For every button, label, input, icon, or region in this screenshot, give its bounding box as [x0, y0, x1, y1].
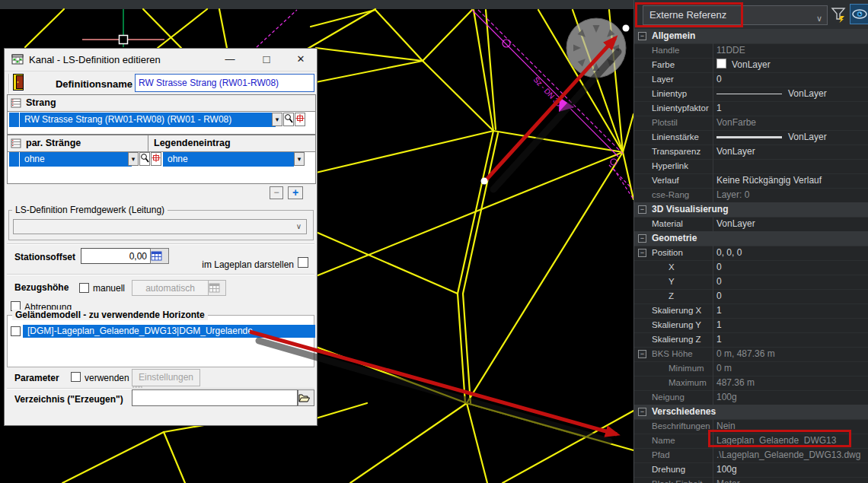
section-header[interactable]: −Verschiedenes [634, 405, 868, 420]
property-row[interactable]: LinienstärkeVonLayer [634, 130, 868, 145]
property-row[interactable]: Maximum487.36 m [634, 376, 868, 391]
property-row[interactable]: Y0 [634, 275, 868, 290]
property-row[interactable]: FarbeVonLayer [634, 58, 868, 73]
collapse-icon[interactable]: − [638, 249, 646, 257]
section-header[interactable]: −Geometrie [634, 231, 868, 246]
property-value[interactable]: 0 [716, 289, 722, 303]
add-row-button[interactable]: + [288, 186, 303, 199]
property-value[interactable]: VonLayer [716, 87, 827, 101]
property-value[interactable]: 1 [716, 303, 722, 318]
property-value[interactable]: VonLayer [716, 58, 771, 72]
property-value[interactable]: VonLayer [716, 217, 755, 231]
property-value[interactable]: Keine Rückgängig Verlauf [716, 173, 822, 188]
property-row[interactable]: Z0 [634, 289, 868, 304]
property-row[interactable]: TransparenzVonLayer [634, 145, 868, 160]
collapse-icon[interactable]: − [638, 350, 646, 358]
property-value[interactable]: .\Lageplan_Gelaende_DWG13.dwg [716, 448, 860, 462]
dropdown-button[interactable]: ▾ [272, 113, 282, 126]
property-row[interactable]: X0 [634, 260, 868, 275]
property-value[interactable]: Meter [716, 477, 740, 483]
property-label: Plotstil [652, 116, 678, 130]
property-row[interactable]: VerlaufKeine Rückgängig Verlauf [634, 173, 868, 189]
property-value[interactable]: VonLayer [716, 145, 755, 159]
toggle-visibility-button[interactable] [850, 4, 868, 24]
collapse-icon[interactable]: − [638, 32, 646, 40]
property-row[interactable]: Skalierung Z1 [634, 332, 868, 348]
section-header[interactable]: −3D Visualisierung [634, 202, 868, 218]
object-type-selector[interactable]: Externe Referenz ∨ [643, 5, 828, 25]
property-row[interactable]: Hyperlink [634, 159, 868, 174]
property-value[interactable]: 487.36 m [716, 376, 755, 390]
fremdgewerk-combobox[interactable]: ∨ [13, 219, 307, 234]
property-value[interactable]: 1 [716, 318, 722, 332]
property-row[interactable]: PlotstilVonFarbe [634, 116, 868, 131]
verwenden-checkbox[interactable] [71, 372, 81, 382]
property-value[interactable]: 0 [716, 275, 722, 289]
manuell-checkbox[interactable] [79, 283, 89, 293]
strang-selected-row[interactable]: RW Strasse Strang (RW01-RW08) (RW01 - RW… [9, 113, 314, 127]
grid-pick-button[interactable] [151, 152, 161, 166]
collapse-icon[interactable]: − [638, 408, 646, 416]
property-value[interactable]: 0 m [716, 361, 732, 376]
definitionsname-input[interactable] [135, 74, 314, 92]
browse-folder-button[interactable] [298, 389, 314, 406]
property-row[interactable]: Handle11DDE [634, 43, 868, 59]
im-lageplan-checkbox[interactable] [298, 257, 308, 268]
dropdown-button[interactable]: ▾ [294, 152, 305, 166]
grid-pick-button[interactable] [295, 113, 305, 126]
property-row[interactable]: Block EinheitMeter [634, 477, 868, 483]
property-row[interactable]: NameLageplan_Gelaende_DWG13 [634, 434, 868, 449]
property-value[interactable]: 0 [716, 260, 722, 275]
stationsoffset-input[interactable] [81, 248, 151, 264]
section-header[interactable]: −Allgemein [634, 29, 868, 44]
property-value[interactable]: 0 m, 487.36 m [716, 347, 775, 361]
property-row[interactable]: LinientypVonLayer [634, 87, 868, 102]
property-row[interactable]: Layer0 [634, 72, 868, 87]
property-value[interactable]: 100g [716, 462, 737, 477]
property-row[interactable]: Pfad.\Lageplan_Gelaende_DWG13.dwg [634, 448, 868, 463]
collapse-icon[interactable]: − [638, 205, 646, 214]
property-value[interactable]: 100g [716, 390, 737, 405]
dialog-titlebar[interactable]: Kanal - LS-Definition editieren — □ ✕ [5, 49, 317, 71]
property-value[interactable]: VonLayer [716, 130, 827, 145]
close-button[interactable]: ✕ [291, 51, 311, 68]
dgm-checkbox[interactable] [11, 326, 21, 336]
filter-button[interactable] [830, 6, 847, 23]
strang-row-text[interactable]: RW Strasse Strang (RW01-RW08) (RW01 - RW… [20, 113, 276, 127]
property-value[interactable]: 1 [716, 101, 722, 116]
par-straenge-row[interactable]: ohne ▾ ohne ▾ [9, 152, 314, 167]
property-row[interactable]: −BKS Höhe0 m, 487.36 m [634, 347, 868, 362]
collapse-icon[interactable]: − [638, 234, 646, 243]
bezugshoehe-input [132, 280, 209, 296]
remove-row-button[interactable]: − [270, 186, 283, 199]
property-row[interactable]: MaterialVonLayer [634, 217, 868, 232]
zoom-pick-button[interactable] [139, 152, 150, 166]
property-value[interactable]: 11DDE [716, 43, 745, 58]
property-row[interactable]: Linientypfaktor1 [634, 101, 868, 116]
navigation-wheel[interactable] [566, 18, 626, 78]
property-value[interactable]: 1 [716, 332, 722, 347]
maximize-button[interactable]: □ [257, 51, 276, 68]
calculator-button[interactable] [150, 248, 169, 264]
property-row[interactable]: −Position0, 0, 0 [634, 246, 868, 261]
property-value[interactable]: Lageplan_Gelaende_DWG13 [716, 434, 836, 448]
dropdown-button[interactable]: ▾ [128, 152, 139, 166]
property-row[interactable]: Skalierung Y1 [634, 318, 868, 333]
zoom-pick-button[interactable] [283, 113, 294, 126]
property-value[interactable]: 0, 0, 0 [716, 246, 742, 260]
property-row[interactable]: BeschriftungenNein [634, 419, 868, 434]
property-value[interactable]: VonFarbe [716, 116, 756, 130]
property-row[interactable]: cse-RangLayer: 0 [634, 188, 868, 203]
dgm-row[interactable]: [DGM]-Lageplan_Gelaende_DWG13|DGM_Urgela… [23, 325, 315, 338]
legendeneintrag-value[interactable]: ohne [163, 152, 294, 167]
property-value[interactable]: Nein [716, 419, 736, 434]
property-row[interactable]: Neigung100g [634, 390, 868, 405]
minimize-button[interactable]: — [220, 51, 240, 68]
par-straenge-value[interactable]: ohne [20, 152, 132, 167]
property-value[interactable]: 0 [716, 72, 722, 87]
property-row[interactable]: Minimum0 m [634, 361, 868, 377]
property-value[interactable]: Layer: 0 [716, 188, 749, 202]
verzeichnis-input[interactable] [132, 389, 298, 406]
property-row[interactable]: Skalierung X1 [634, 303, 868, 319]
property-row[interactable]: Drehung100g [634, 462, 868, 478]
